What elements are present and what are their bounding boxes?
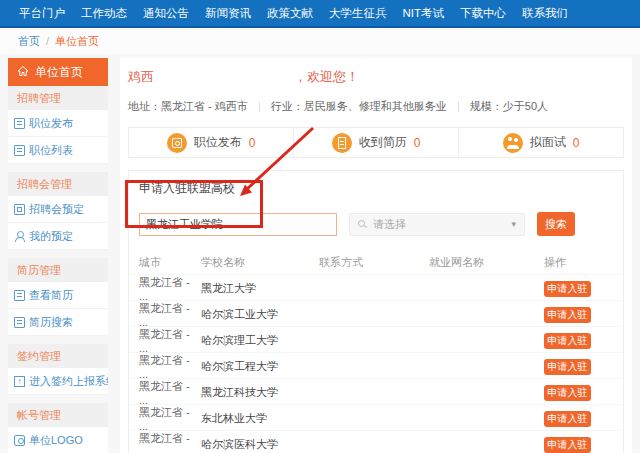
sidebar: 单位首页 招聘管理职位发布职位列表招聘会管理招聘会预定我的预定简历管理查看简历简… — [8, 58, 108, 453]
stats-bar: 职位发布0收到简历0拟面试0 — [128, 127, 624, 158]
column-header: 学校名称 — [201, 255, 319, 270]
welcome-message: 鸡西，欢迎您！ — [128, 68, 624, 86]
nav-item[interactable]: 通知公告 — [137, 6, 195, 21]
sidebar-item-label: 单位LOGO — [29, 433, 83, 448]
cell-city: 黑龙江省 - ... — [139, 405, 201, 432]
main-content: 鸡西，欢迎您！ 地址：黑龙江省 - 鸡西市 行业：居民服务、修理和其他服务业 规… — [120, 58, 632, 453]
table-row: 黑龙江省 - ...哈尔滨工程大学申请入驻 — [129, 352, 623, 378]
cell-city: 黑龙江省 - ... — [139, 301, 201, 328]
cell-school: 哈尔滨工业大学 — [201, 307, 319, 322]
sidebar-header-label: 单位首页 — [35, 64, 83, 81]
stat-value: 0 — [249, 136, 256, 150]
cell-school: 黑龙江科技大学 — [201, 385, 319, 400]
cell-city: 黑龙江省 - ... — [139, 379, 201, 406]
view-resume-icon — [14, 290, 25, 301]
sidebar-item[interactable]: 我的预定 — [8, 223, 108, 250]
position-publish-icon — [167, 133, 187, 153]
cell-action: 申请入驻 — [544, 333, 613, 349]
search-icon — [358, 220, 367, 229]
sidebar-section: 招聘会管理招聘会预定我的预定 — [8, 172, 108, 250]
sidebar-item[interactable]: 招聘会预定 — [8, 196, 108, 223]
sidebar-item-label: 我的预定 — [29, 229, 73, 244]
cell-action: 申请入驻 — [544, 437, 613, 453]
cell-city: 黑龙江省 - ... — [139, 327, 201, 354]
stat-item[interactable]: 职位发布0 — [129, 128, 293, 157]
sidebar-section: 帐号管理单位LOGO基本信息修改密码 — [8, 403, 108, 453]
nav-item[interactable]: 新闻资讯 — [199, 6, 257, 21]
nav-item[interactable]: 联系我们 — [516, 6, 574, 21]
company-scale: 规模：少于50人 — [470, 99, 548, 114]
apply-enter-button[interactable]: 申请入驻 — [544, 281, 591, 297]
table-header: 城市学校名称联系方式就业网名称操作 — [129, 250, 623, 274]
nav-item[interactable]: 政策文献 — [261, 6, 319, 21]
sidebar-item[interactable]: 简历搜索 — [8, 309, 108, 336]
sidebar-item[interactable]: 进入签约上报系统 — [8, 368, 108, 395]
info-divider — [259, 102, 260, 112]
apply-enter-button[interactable]: 申请入驻 — [544, 437, 591, 453]
column-header: 城市 — [139, 255, 201, 270]
nav-item[interactable]: NIT考试 — [397, 6, 451, 21]
stat-label: 收到简历 — [359, 134, 407, 151]
sidebar-section-title: 招聘会管理 — [8, 172, 108, 196]
select-dropdown[interactable]: 请选择 — [349, 213, 525, 236]
company-name: 鸡西 — [128, 69, 154, 84]
school-search-input[interactable] — [139, 213, 337, 236]
nav-item[interactable]: 大学生征兵 — [323, 6, 393, 21]
table-row: 黑龙江省 - ...黑龙江科技大学申请入驻 — [129, 378, 623, 404]
stat-item[interactable]: 拟面试0 — [458, 128, 623, 157]
sidebar-item-label: 招聘会预定 — [29, 202, 84, 217]
stat-value: 0 — [573, 136, 580, 150]
cell-action: 申请入驻 — [544, 281, 613, 297]
search-button[interactable]: 搜索 — [537, 212, 575, 236]
company-industry: 行业：居民服务、修理和其他服务业 — [271, 99, 447, 114]
cell-school: 哈尔滨医科大学 — [201, 437, 319, 452]
table-row: 黑龙江省 - ...东北林业大学申请入驻 — [129, 404, 623, 430]
sidebar-item-label: 职位发布 — [29, 116, 73, 131]
sidebar-item[interactable]: 职位列表 — [8, 137, 108, 164]
sidebar-section: 招聘管理职位发布职位列表 — [8, 86, 108, 164]
sidebar-item[interactable]: 职位发布 — [8, 110, 108, 137]
company-info-line: 地址：黑龙江省 - 鸡西市 行业：居民服务、修理和其他服务业 规模：少于50人 — [128, 99, 624, 114]
nav-item[interactable]: 工作动态 — [75, 6, 133, 21]
sidebar-section-title: 招聘管理 — [8, 86, 108, 110]
cell-action: 申请入驻 — [544, 385, 613, 401]
stat-label: 职位发布 — [194, 134, 242, 151]
apply-enter-button[interactable]: 申请入驻 — [544, 385, 591, 401]
nav-item[interactable]: 平台门户 — [13, 6, 71, 21]
sidebar-section: 简历管理查看简历简历搜索 — [8, 258, 108, 336]
sidebar-section-title: 帐号管理 — [8, 403, 108, 427]
sidebar-item-label: 简历搜索 — [29, 315, 73, 330]
sidebar-header-unit-home[interactable]: 单位首页 — [8, 58, 108, 86]
sidebar-item[interactable]: 单位LOGO — [8, 427, 108, 453]
sidebar-item-label: 职位列表 — [29, 143, 73, 158]
apply-enter-button[interactable]: 申请入驻 — [544, 411, 591, 427]
breadcrumb: 首页 / 单位首页 — [0, 28, 640, 54]
table-row: 黑龙江省 - ...哈尔滨理工大学申请入驻 — [129, 326, 623, 352]
table-row: 黑龙江省 - ...哈尔滨工业大学申请入驻 — [129, 300, 623, 326]
my-booking-icon — [14, 231, 25, 242]
cell-school: 黑龙江大学 — [201, 281, 319, 296]
sign-report-system-icon — [14, 376, 25, 387]
search-row: 请选择 搜索 — [129, 205, 623, 250]
apply-enter-button[interactable]: 申请入驻 — [544, 333, 591, 349]
interview-icon — [503, 133, 523, 153]
breadcrumb-home[interactable]: 首页 — [18, 34, 40, 49]
table-row: 黑龙江省 - ...黑龙江大学申请入驻 — [129, 274, 623, 300]
received-resume-icon — [332, 133, 352, 153]
chevron-down-icon — [511, 219, 516, 229]
select-placeholder: 请选择 — [373, 217, 406, 232]
column-header: 操作 — [544, 255, 613, 270]
sidebar-section-title: 签约管理 — [8, 344, 108, 368]
resume-search-icon — [14, 317, 25, 328]
stat-value: 0 — [414, 136, 421, 150]
cell-action: 申请入驻 — [544, 307, 613, 323]
apply-enter-button[interactable]: 申请入驻 — [544, 359, 591, 375]
cell-action: 申请入驻 — [544, 411, 613, 427]
table-row: 黑龙江省 - ...哈尔滨医科大学申请入驻 — [129, 430, 623, 453]
sidebar-item[interactable]: 查看简历 — [8, 282, 108, 309]
company-address: 地址：黑龙江省 - 鸡西市 — [128, 99, 248, 114]
nav-item[interactable]: 下载中心 — [454, 6, 512, 21]
stat-label: 拟面试 — [530, 134, 566, 151]
apply-enter-button[interactable]: 申请入驻 — [544, 307, 591, 323]
stat-item[interactable]: 收到简历0 — [293, 128, 458, 157]
